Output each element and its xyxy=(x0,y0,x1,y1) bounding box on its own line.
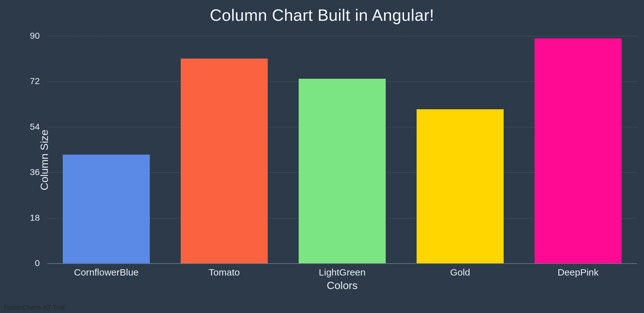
chart-title: Column Chart Built in Angular! xyxy=(0,0,644,25)
bar-tomato[interactable] xyxy=(181,59,268,263)
y-tick-label: 36 xyxy=(30,167,47,177)
bar-gold[interactable] xyxy=(417,109,504,263)
bar-cornflowerblue[interactable] xyxy=(63,155,150,263)
bar-lightgreen[interactable] xyxy=(299,79,386,263)
x-tick-label: LightGreen xyxy=(283,267,401,278)
x-tick-label: DeepPink xyxy=(519,267,637,278)
bar-slot xyxy=(519,36,637,263)
chart-area: Column Size 01836547290 CornflowerBlueTo… xyxy=(25,31,637,289)
x-tick-label: Gold xyxy=(401,267,519,278)
bar-slot xyxy=(401,36,519,263)
x-tick-label: CornflowerBlue xyxy=(47,267,165,278)
y-tick-label: 90 xyxy=(30,31,47,41)
y-tick-label: 72 xyxy=(30,76,47,86)
bar-slot xyxy=(165,36,283,263)
y-tick-label: 0 xyxy=(35,258,47,268)
x-axis: CornflowerBlueTomatoLightGreenGoldDeepPi… xyxy=(47,267,637,278)
watermark-text: FusionCharts XT Trial xyxy=(4,304,65,311)
bars-container xyxy=(47,36,637,263)
bar-slot xyxy=(283,36,401,263)
y-tick-label: 18 xyxy=(30,213,47,223)
y-tick-label: 54 xyxy=(30,122,47,132)
x-tick-label: Tomato xyxy=(165,267,283,278)
bar-deeppink[interactable] xyxy=(535,38,622,263)
bar-slot xyxy=(47,36,165,263)
x-axis-label: Colors xyxy=(47,279,637,292)
plot-area: 01836547290 xyxy=(47,36,637,264)
